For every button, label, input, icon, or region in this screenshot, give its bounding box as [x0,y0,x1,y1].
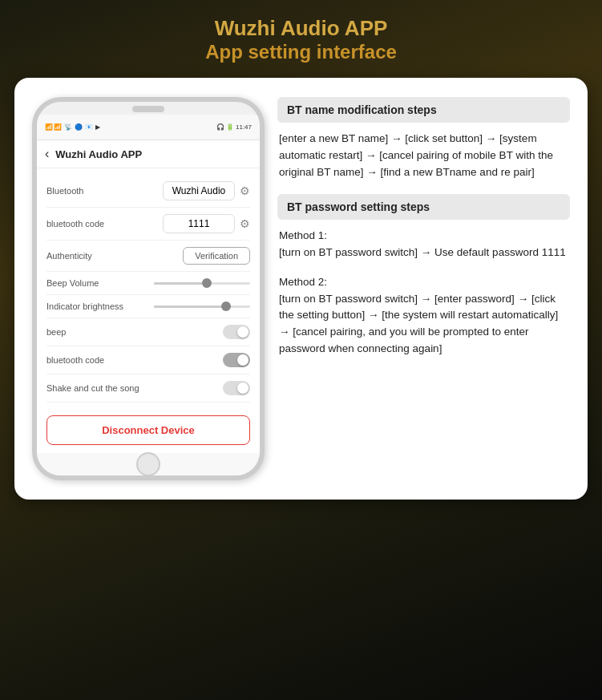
bt-code-input[interactable]: 1111 [163,214,235,233]
shake-cut-toggle-knob [237,382,248,394]
label-beep-toggle: beep [46,327,103,337]
method2-label: Method 2: [279,276,327,288]
setting-row-beep-volume: Beep Volume [46,272,250,295]
phone-app-title: Wuzhi Audio APP [55,148,142,160]
beep-toggle-knob [237,326,248,338]
method1-text: [turn on BT password switch] → Use defau… [279,246,566,258]
method2-text: [turn on BT password switch] → [enter pa… [279,293,558,355]
beep-toggle-control [223,325,250,339]
slider-track-beep [154,282,250,285]
title-line2: App setting interface [205,41,397,63]
slider-thumb-brightness[interactable] [221,301,231,311]
bluetooth-gear-icon[interactable]: ⚙ [240,184,250,197]
phone-status-bar: 📶📶 📡 🔵 📧 ▶ 🎧 🔋 11:47 [37,115,260,140]
slider-thumb-beep[interactable] [202,278,212,288]
label-beep-volume: Beep Volume [46,278,103,288]
label-brightness: Indicator brightness [46,301,123,311]
bt-code-toggle-control [223,353,250,367]
main-title: Wuzhi Audio APP App setting interface [205,16,397,63]
setting-row-shake-cut: Shake and cut the song [46,374,250,403]
bt-code-toggle[interactable] [223,353,250,367]
bluetooth-control: Wuzhi Audio ⚙ [163,181,250,200]
label-authenticity: Authenticity [46,251,103,261]
title-line1: Wuzhi Audio APP [205,16,397,41]
bt-password-header: BT password setting steps [277,194,570,220]
bt-name-text: [enter a new BT name] → [click set butto… [277,131,570,181]
phone-mockup: 📶📶 📡 🔵 📧 ▶ 🎧 🔋 11:47 ‹ Wuzhi Audio APP B… [32,97,265,480]
shake-cut-toggle-control [223,381,250,395]
bt-code-gear-icon[interactable]: ⚙ [240,217,250,230]
method1-label: Method 1: [279,229,327,241]
beep-volume-slider[interactable] [154,282,250,285]
right-panel: BT name modification steps [enter a new … [277,97,570,480]
status-left: 📶📶 📡 🔵 📧 ▶ [45,123,101,131]
brightness-slider[interactable] [154,305,250,308]
authenticity-control: Verification [183,247,250,265]
slider-track-brightness [154,305,250,308]
setting-row-beep-toggle: beep [46,318,250,346]
setting-row-authenticity: Authenticity Verification [46,241,250,272]
content-card: 📶📶 📡 🔵 📧 ▶ 🎧 🔋 11:47 ‹ Wuzhi Audio APP B… [14,78,588,500]
home-button[interactable] [136,452,160,476]
beep-toggle[interactable] [223,325,250,339]
verify-button[interactable]: Verification [183,247,250,265]
label-shake-cut: Shake and cut the song [46,383,139,393]
status-right: 🎧 🔋 11:47 [216,123,252,131]
setting-row-bt-code-toggle: bluetooth code [46,346,250,374]
label-bt-code-toggle: bluetooth code [46,355,104,365]
slider-fill-beep [154,282,207,285]
label-bluetooth: Bluetooth [46,186,103,196]
phone-header: ‹ Wuzhi Audio APP [37,140,260,168]
setting-row-bt-code: bluetooth code 1111 ⚙ [46,208,250,241]
back-button[interactable]: ‹ [45,147,49,161]
shake-cut-toggle[interactable] [223,381,250,395]
bt-password-method1: Method 1: [turn on BT password switch] →… [277,228,570,261]
bt-password-method2: Method 2: [turn on BT password switch] →… [277,274,570,358]
phone-screen: ‹ Wuzhi Audio APP Bluetooth Wuzhi Audio … [37,140,260,453]
bt-name-header: BT name modification steps [277,97,570,123]
bt-code-control: 1111 ⚙ [163,214,250,233]
slider-fill-brightness [154,305,226,308]
phone-home-bar [37,453,260,475]
bt-code-toggle-knob [237,354,248,366]
phone-notch [132,106,164,112]
disconnect-button[interactable]: Disconnect Device [46,415,250,445]
phone-settings-list: Bluetooth Wuzhi Audio ⚙ bluetooth code 1… [37,168,260,409]
bluetooth-input[interactable]: Wuzhi Audio [163,181,235,200]
label-bt-code: bluetooth code [46,219,104,229]
setting-row-brightness: Indicator brightness [46,295,250,318]
setting-row-bluetooth: Bluetooth Wuzhi Audio ⚙ [46,175,250,208]
